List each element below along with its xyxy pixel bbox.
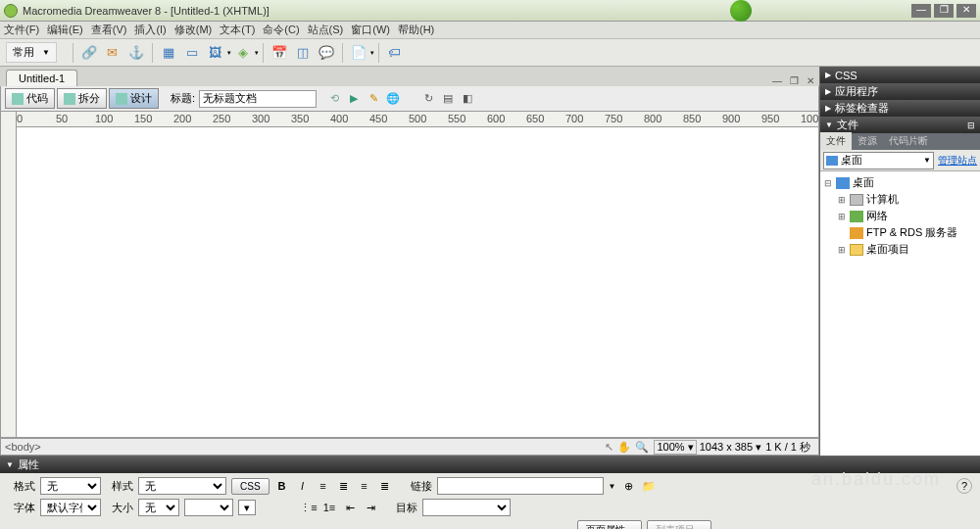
tag-inspector-panel-header[interactable]: ▶标签检查器 xyxy=(820,100,980,117)
image-icon[interactable]: 🖼 xyxy=(207,44,224,62)
menu-modify[interactable]: 修改(M) xyxy=(174,23,213,37)
align-justify-icon[interactable]: ≣ xyxy=(377,478,393,494)
code-view-button[interactable]: 代码 xyxy=(5,88,55,109)
start-orb-icon[interactable] xyxy=(730,0,752,22)
doc-restore-icon[interactable]: ❐ xyxy=(787,75,802,86)
hand-tool-icon[interactable]: ✋ xyxy=(617,441,631,454)
server-include-icon[interactable]: ◫ xyxy=(294,44,312,62)
align-left-icon[interactable]: ≡ xyxy=(316,478,331,494)
tree-desktop-items[interactable]: ⊞桌面项目 xyxy=(822,241,978,258)
point-to-file-icon[interactable]: ⊕ xyxy=(620,478,636,494)
document-toolbar: 代码 拆分 设计 标题: ⟲ ▶ ✎ 🌐 ↻ ▤ ◧ xyxy=(0,86,819,112)
files-panel-header[interactable]: ▼文件⊟ xyxy=(820,117,980,133)
link-label: 链接 xyxy=(411,479,432,494)
manage-sites-link[interactable]: 管理站点 xyxy=(938,154,977,168)
named-anchor-icon[interactable]: ⚓ xyxy=(127,44,145,62)
menu-window[interactable]: 窗口(W) xyxy=(351,23,390,37)
italic-icon[interactable]: I xyxy=(295,478,311,494)
style-select[interactable]: 无 xyxy=(138,477,226,495)
maximize-button[interactable]: ❐ xyxy=(934,4,954,18)
design-canvas[interactable] xyxy=(17,127,818,437)
div-icon[interactable]: ▭ xyxy=(183,44,201,62)
indent-icon[interactable]: ⇥ xyxy=(363,500,378,515)
tag-selector[interactable]: <body> xyxy=(5,441,41,453)
refresh-icon[interactable]: ↻ xyxy=(420,91,436,107)
target-select[interactable] xyxy=(422,499,511,516)
browse-folder-icon[interactable]: 📁 xyxy=(641,478,657,494)
menu-edit[interactable]: 编辑(E) xyxy=(47,23,83,37)
page-properties-button[interactable]: 页面属性... xyxy=(577,520,642,529)
color-picker-icon[interactable]: ▾ xyxy=(238,500,256,515)
download-size: 1 K / 1 秒 xyxy=(765,440,810,455)
snippets-tab[interactable]: 代码片断 xyxy=(883,132,934,150)
window-size[interactable]: 1043 x 385 ▾ xyxy=(700,441,762,454)
menu-view[interactable]: 查看(V) xyxy=(91,23,127,37)
font-select[interactable]: 默认字体 xyxy=(40,499,101,516)
desktop-icon xyxy=(826,156,838,166)
menu-help[interactable]: 帮助(H) xyxy=(398,23,434,37)
assets-tab[interactable]: 资源 xyxy=(852,132,883,150)
format-label: 格式 xyxy=(8,479,35,494)
css-button[interactable]: CSS xyxy=(231,478,270,495)
window-title: Macromedia Dreamweaver 8 - [Untitled-1 (… xyxy=(23,5,270,17)
media-icon[interactable]: ◈ xyxy=(234,44,252,62)
preview-icon[interactable]: 🌐 xyxy=(385,91,401,107)
split-view-button[interactable]: 拆分 xyxy=(57,88,107,109)
size-unit-select[interactable] xyxy=(184,499,233,516)
ul-icon[interactable]: ⋮≡ xyxy=(301,500,317,515)
outdent-icon[interactable]: ⇤ xyxy=(342,500,358,515)
zoom-level[interactable]: 100% ▾ xyxy=(654,440,696,455)
tree-computer[interactable]: ⊞计算机 xyxy=(822,191,978,208)
no-browser-check-icon[interactable]: ⟲ xyxy=(326,91,342,107)
tree-root[interactable]: ⊟桌面 xyxy=(822,174,978,191)
close-button[interactable]: ✕ xyxy=(956,4,976,18)
files-tab[interactable]: 文件 xyxy=(820,132,852,150)
align-right-icon[interactable]: ≡ xyxy=(357,478,372,494)
ol-icon[interactable]: 1≡ xyxy=(321,500,337,515)
email-icon[interactable]: ✉ xyxy=(104,44,122,62)
comment-icon[interactable]: 💬 xyxy=(318,44,335,62)
tree-network[interactable]: ⊞网络 xyxy=(822,208,978,224)
link-input[interactable] xyxy=(437,477,604,495)
size-select[interactable]: 无 xyxy=(138,499,179,516)
help-icon[interactable]: ? xyxy=(956,478,972,494)
menu-site[interactable]: 站点(S) xyxy=(308,23,344,37)
properties-header[interactable]: ▼属性 xyxy=(0,457,980,473)
visual-aids-icon[interactable]: ◧ xyxy=(460,91,475,107)
list-item-button[interactable]: 列表项目... xyxy=(647,520,711,529)
font-label: 字体 xyxy=(8,501,35,515)
design-view-button[interactable]: 设计 xyxy=(109,88,159,109)
css-panel-header[interactable]: ▶CSS xyxy=(820,67,980,83)
hyperlink-icon[interactable]: 🔗 xyxy=(80,44,98,62)
horizontal-ruler: 0 50 100 150 200 250 300 350 400 450 500… xyxy=(17,112,818,127)
tag-chooser-icon[interactable]: 🏷 xyxy=(386,44,404,62)
insert-category-label: 常用 xyxy=(13,45,34,60)
status-bar: <body> ↖ ✋ 🔍 100% ▾ 1043 x 385 ▾ 1 K / 1… xyxy=(0,438,819,456)
menu-commands[interactable]: 命令(C) xyxy=(263,23,299,37)
doc-minimize-icon[interactable]: — xyxy=(769,75,785,86)
application-panel-header[interactable]: ▶应用程序 xyxy=(820,83,980,100)
doc-close-icon[interactable]: ✕ xyxy=(804,75,817,86)
file-mgmt-icon[interactable]: ✎ xyxy=(366,91,381,107)
vertical-ruler xyxy=(1,112,17,437)
table-icon[interactable]: ▦ xyxy=(160,44,177,62)
menu-insert[interactable]: 插入(I) xyxy=(134,23,166,37)
view-options-icon[interactable]: ▤ xyxy=(440,91,456,107)
templates-icon[interactable]: 📄 xyxy=(350,44,368,62)
date-icon[interactable]: 📅 xyxy=(270,44,288,62)
menu-file[interactable]: 文件(F) xyxy=(4,23,39,37)
tree-ftp[interactable]: FTP & RDS 服务器 xyxy=(822,224,978,241)
document-tab[interactable]: Untitled-1 xyxy=(6,70,77,86)
bold-icon[interactable]: B xyxy=(274,478,290,494)
insert-category-dropdown[interactable]: 常用 ▼ xyxy=(6,42,57,63)
file-tree[interactable]: ⊟桌面 ⊞计算机 ⊞网络 FTP & RDS 服务器 ⊞桌面项目 xyxy=(820,171,980,456)
zoom-tool-icon[interactable]: 🔍 xyxy=(635,441,649,454)
format-select[interactable]: 无 xyxy=(40,477,101,495)
document-title-input[interactable] xyxy=(199,90,317,108)
select-tool-icon[interactable]: ↖ xyxy=(605,441,613,454)
minimize-button[interactable]: — xyxy=(911,4,931,18)
menu-text[interactable]: 文本(T) xyxy=(220,23,255,37)
validate-icon[interactable]: ▶ xyxy=(346,91,362,107)
align-center-icon[interactable]: ≣ xyxy=(336,478,352,494)
site-dropdown[interactable]: 桌面 ▼ xyxy=(823,152,934,169)
